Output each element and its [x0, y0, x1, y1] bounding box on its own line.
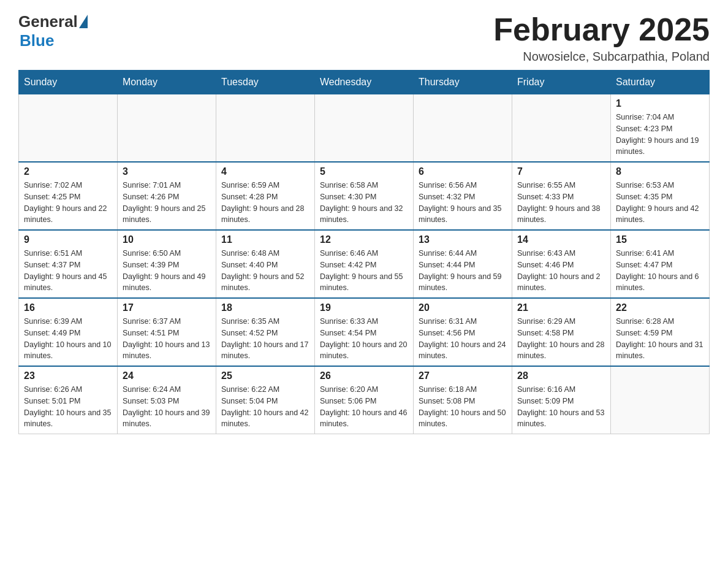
table-row: 10Sunrise: 6:50 AMSunset: 4:39 PMDayligh… — [118, 230, 216, 298]
day-info: Sunrise: 6:55 AMSunset: 4:33 PMDaylight:… — [517, 180, 605, 226]
calendar-header-row: Sunday Monday Tuesday Wednesday Thursday… — [19, 71, 710, 94]
day-info: Sunrise: 6:20 AMSunset: 5:06 PMDaylight:… — [320, 384, 408, 430]
table-row: 23Sunrise: 6:26 AMSunset: 5:01 PMDayligh… — [19, 366, 118, 434]
table-row — [512, 94, 611, 163]
day-info: Sunrise: 6:41 AMSunset: 4:47 PMDaylight:… — [616, 248, 704, 294]
col-saturday: Saturday — [611, 71, 710, 94]
day-number: 22 — [616, 302, 704, 313]
table-row: 24Sunrise: 6:24 AMSunset: 5:03 PMDayligh… — [118, 366, 216, 434]
day-info: Sunrise: 6:26 AMSunset: 5:01 PMDaylight:… — [24, 384, 112, 430]
day-info: Sunrise: 6:39 AMSunset: 4:49 PMDaylight:… — [24, 316, 112, 362]
table-row: 3Sunrise: 7:01 AMSunset: 4:26 PMDaylight… — [118, 162, 216, 230]
calendar-week-row: 23Sunrise: 6:26 AMSunset: 5:01 PMDayligh… — [19, 366, 710, 434]
table-row — [315, 94, 414, 163]
table-row: 1Sunrise: 7:04 AMSunset: 4:23 PMDaylight… — [611, 94, 710, 163]
calendar-week-row: 1Sunrise: 7:04 AMSunset: 4:23 PMDaylight… — [19, 94, 710, 163]
table-row — [19, 94, 118, 163]
day-info: Sunrise: 6:22 AMSunset: 5:04 PMDaylight:… — [221, 384, 309, 430]
day-info: Sunrise: 6:48 AMSunset: 4:40 PMDaylight:… — [221, 248, 309, 294]
day-number: 16 — [24, 302, 112, 313]
day-info: Sunrise: 6:33 AMSunset: 4:54 PMDaylight:… — [320, 316, 408, 362]
day-info: Sunrise: 6:16 AMSunset: 5:09 PMDaylight:… — [517, 384, 605, 430]
day-number: 14 — [517, 234, 605, 245]
day-info: Sunrise: 6:58 AMSunset: 4:30 PMDaylight:… — [320, 180, 408, 226]
day-number: 8 — [616, 166, 704, 177]
table-row: 19Sunrise: 6:33 AMSunset: 4:54 PMDayligh… — [315, 298, 414, 366]
day-number: 3 — [123, 166, 211, 177]
table-row: 22Sunrise: 6:28 AMSunset: 4:59 PMDayligh… — [611, 298, 710, 366]
day-info: Sunrise: 6:37 AMSunset: 4:51 PMDaylight:… — [123, 316, 211, 362]
table-row: 16Sunrise: 6:39 AMSunset: 4:49 PMDayligh… — [19, 298, 118, 366]
table-row: 21Sunrise: 6:29 AMSunset: 4:58 PMDayligh… — [512, 298, 611, 366]
day-info: Sunrise: 6:31 AMSunset: 4:56 PMDaylight:… — [419, 316, 507, 362]
col-thursday: Thursday — [414, 71, 512, 94]
table-row: 13Sunrise: 6:44 AMSunset: 4:44 PMDayligh… — [414, 230, 512, 298]
logo-general-text: General — [18, 12, 78, 31]
day-number: 19 — [320, 302, 408, 313]
day-info: Sunrise: 6:35 AMSunset: 4:52 PMDaylight:… — [221, 316, 309, 362]
col-friday: Friday — [512, 71, 611, 94]
day-number: 27 — [419, 370, 507, 381]
table-row: 18Sunrise: 6:35 AMSunset: 4:52 PMDayligh… — [216, 298, 315, 366]
table-row — [611, 366, 710, 434]
day-number: 25 — [221, 370, 309, 381]
day-info: Sunrise: 6:51 AMSunset: 4:37 PMDaylight:… — [24, 248, 112, 294]
table-row — [118, 94, 216, 163]
day-info: Sunrise: 6:24 AMSunset: 5:03 PMDaylight:… — [123, 384, 211, 430]
day-number: 6 — [419, 166, 507, 177]
table-row: 28Sunrise: 6:16 AMSunset: 5:09 PMDayligh… — [512, 366, 611, 434]
table-row: 25Sunrise: 6:22 AMSunset: 5:04 PMDayligh… — [216, 366, 315, 434]
day-number: 1 — [616, 98, 704, 109]
col-wednesday: Wednesday — [315, 71, 414, 94]
day-number: 28 — [517, 370, 605, 381]
day-number: 23 — [24, 370, 112, 381]
day-info: Sunrise: 6:46 AMSunset: 4:42 PMDaylight:… — [320, 248, 408, 294]
table-row: 9Sunrise: 6:51 AMSunset: 4:37 PMDaylight… — [19, 230, 118, 298]
table-row: 8Sunrise: 6:53 AMSunset: 4:35 PMDaylight… — [611, 162, 710, 230]
table-row: 5Sunrise: 6:58 AMSunset: 4:30 PMDaylight… — [315, 162, 414, 230]
day-info: Sunrise: 7:01 AMSunset: 4:26 PMDaylight:… — [123, 180, 211, 226]
col-sunday: Sunday — [19, 71, 118, 94]
day-number: 11 — [221, 234, 309, 245]
calendar-week-row: 9Sunrise: 6:51 AMSunset: 4:37 PMDaylight… — [19, 230, 710, 298]
day-info: Sunrise: 6:18 AMSunset: 5:08 PMDaylight:… — [419, 384, 507, 430]
table-row: 2Sunrise: 7:02 AMSunset: 4:25 PMDaylight… — [19, 162, 118, 230]
day-number: 12 — [320, 234, 408, 245]
day-number: 15 — [616, 234, 704, 245]
day-info: Sunrise: 6:56 AMSunset: 4:32 PMDaylight:… — [419, 180, 507, 226]
day-info: Sunrise: 6:28 AMSunset: 4:59 PMDaylight:… — [616, 316, 704, 362]
day-number: 10 — [123, 234, 211, 245]
day-number: 2 — [24, 166, 112, 177]
table-row: 26Sunrise: 6:20 AMSunset: 5:06 PMDayligh… — [315, 366, 414, 434]
day-info: Sunrise: 7:04 AMSunset: 4:23 PMDaylight:… — [616, 112, 704, 158]
col-tuesday: Tuesday — [216, 71, 315, 94]
day-number: 26 — [320, 370, 408, 381]
day-info: Sunrise: 6:59 AMSunset: 4:28 PMDaylight:… — [221, 180, 309, 226]
title-block: February 2025 Nowosielce, Subcarpathia, … — [493, 12, 710, 64]
month-title: February 2025 — [493, 12, 710, 47]
calendar-table: Sunday Monday Tuesday Wednesday Thursday… — [18, 70, 710, 434]
location-text: Nowosielce, Subcarpathia, Poland — [493, 50, 710, 64]
day-number: 13 — [419, 234, 507, 245]
day-number: 18 — [221, 302, 309, 313]
table-row: 17Sunrise: 6:37 AMSunset: 4:51 PMDayligh… — [118, 298, 216, 366]
table-row: 11Sunrise: 6:48 AMSunset: 4:40 PMDayligh… — [216, 230, 315, 298]
table-row: 15Sunrise: 6:41 AMSunset: 4:47 PMDayligh… — [611, 230, 710, 298]
table-row — [414, 94, 512, 163]
calendar-week-row: 2Sunrise: 7:02 AMSunset: 4:25 PMDaylight… — [19, 162, 710, 230]
day-info: Sunrise: 6:53 AMSunset: 4:35 PMDaylight:… — [616, 180, 704, 226]
day-number: 21 — [517, 302, 605, 313]
table-row: 20Sunrise: 6:31 AMSunset: 4:56 PMDayligh… — [414, 298, 512, 366]
table-row: 4Sunrise: 6:59 AMSunset: 4:28 PMDaylight… — [216, 162, 315, 230]
table-row: 27Sunrise: 6:18 AMSunset: 5:08 PMDayligh… — [414, 366, 512, 434]
table-row — [216, 94, 315, 163]
table-row: 14Sunrise: 6:43 AMSunset: 4:46 PMDayligh… — [512, 230, 611, 298]
day-number: 7 — [517, 166, 605, 177]
table-row: 12Sunrise: 6:46 AMSunset: 4:42 PMDayligh… — [315, 230, 414, 298]
page-header: General Blue February 2025 Nowosielce, S… — [18, 12, 710, 64]
day-info: Sunrise: 6:29 AMSunset: 4:58 PMDaylight:… — [517, 316, 605, 362]
col-monday: Monday — [118, 71, 216, 94]
day-number: 17 — [123, 302, 211, 313]
day-number: 5 — [320, 166, 408, 177]
day-info: Sunrise: 7:02 AMSunset: 4:25 PMDaylight:… — [24, 180, 112, 226]
